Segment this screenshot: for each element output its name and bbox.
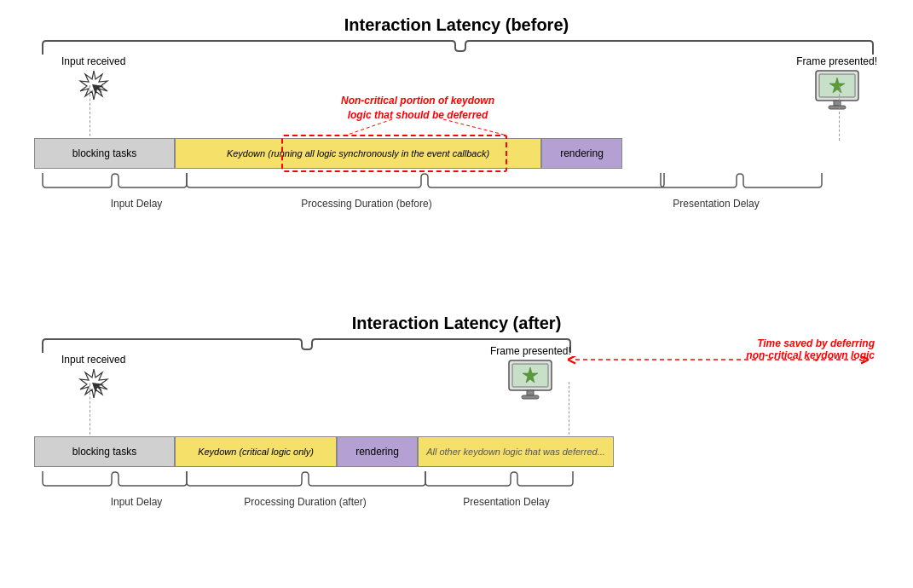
- svg-rect-5: [829, 106, 846, 109]
- bottom-frame-label: Frame presented!: [490, 345, 571, 357]
- bottom-label-input-delay: Input Delay: [85, 496, 188, 508]
- top-bar-rendering: rendering: [541, 138, 622, 169]
- bottom-timeline: blocking tasks Keydown (critical logic o…: [34, 436, 484, 467]
- bottom-braces-below: [34, 467, 878, 493]
- section-top: Interaction Latency (before) Input recei…: [34, 9, 879, 273]
- top-burst-icon: [78, 69, 109, 100]
- top-label-processing: Processing Duration (before): [269, 198, 465, 210]
- bottom-title: Interaction Latency (after): [34, 314, 879, 333]
- bottom-bar-deferred: All other keydown logic that was deferre…: [418, 436, 614, 467]
- bottom-time-saved-line1: Time saved by deferring: [746, 337, 875, 349]
- top-timeline: blocking tasks Keydown (running all logi…: [34, 138, 878, 169]
- bottom-input-received: Input received: [61, 354, 125, 398]
- svg-rect-13: [527, 390, 534, 395]
- section-bottom: Interaction Latency (after) Time saved b…: [34, 307, 879, 571]
- svg-rect-14: [522, 395, 539, 399]
- top-bar-keydown: Keydown (running all logic synchronously…: [175, 138, 541, 169]
- top-label-presentation: Presentation Delay: [648, 198, 784, 210]
- bottom-monitor-icon: [505, 359, 556, 401]
- top-input-label: Input received: [61, 55, 125, 67]
- bottom-label-presentation: Presentation Delay: [438, 496, 575, 508]
- top-bar-blocking: blocking tasks: [34, 138, 175, 169]
- bottom-bar-rendering: rendering: [337, 436, 418, 467]
- top-red-label: Non-critical portion of keydown logic th…: [341, 94, 494, 123]
- top-label-input-delay: Input Delay: [85, 198, 188, 210]
- bottom-input-label: Input received: [61, 354, 125, 366]
- top-frame-presented: Frame presented!: [796, 55, 877, 115]
- top-title: Interaction Latency (before): [34, 15, 879, 35]
- bottom-label-processing: Processing Duration (after): [220, 496, 390, 508]
- top-input-received: Input received: [61, 55, 125, 100]
- bottom-dashed-vline-frame: [569, 382, 569, 439]
- diagram-container: Interaction Latency (before) Input recei…: [0, 0, 913, 588]
- top-main-brace: [34, 39, 878, 56]
- bottom-bar-keydown: Keydown (critical logic only): [175, 436, 337, 467]
- bottom-dashed-vline-input: [90, 383, 90, 439]
- bottom-burst-icon: [78, 367, 109, 398]
- bottom-bar-blocking: blocking tasks: [34, 436, 175, 467]
- top-dashed-vline-input: [90, 85, 90, 141]
- top-dashed-vline-frame: [839, 85, 840, 141]
- top-frame-label: Frame presented!: [796, 55, 877, 67]
- top-monitor-icon: [812, 69, 863, 112]
- bottom-frame-presented: Frame presented!: [490, 345, 571, 405]
- top-braces-below: [34, 169, 878, 194]
- bottom-time-saved-arrow: [567, 351, 870, 368]
